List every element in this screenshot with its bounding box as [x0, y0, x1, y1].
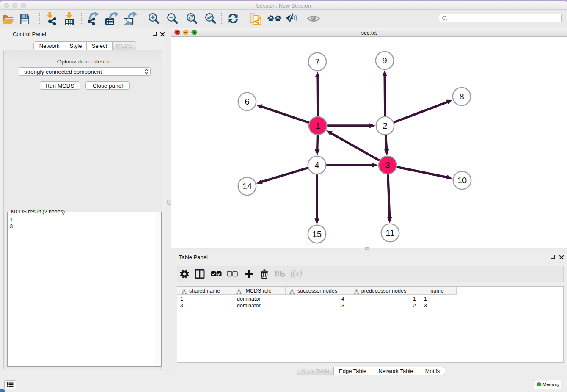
svg-text:10: 10: [457, 176, 467, 185]
svg-text:7: 7: [315, 57, 319, 66]
svg-text:1: 1: [315, 121, 320, 130]
svg-text:2: 2: [383, 121, 387, 130]
svg-text:6: 6: [245, 97, 249, 106]
svg-text:8: 8: [459, 92, 464, 101]
svg-text:15: 15: [312, 229, 322, 239]
svg-text:3: 3: [385, 160, 390, 170]
svg-text:9: 9: [382, 56, 387, 65]
svg-text:14: 14: [242, 182, 252, 191]
svg-text:4: 4: [314, 160, 319, 170]
svg-text:11: 11: [386, 228, 395, 237]
